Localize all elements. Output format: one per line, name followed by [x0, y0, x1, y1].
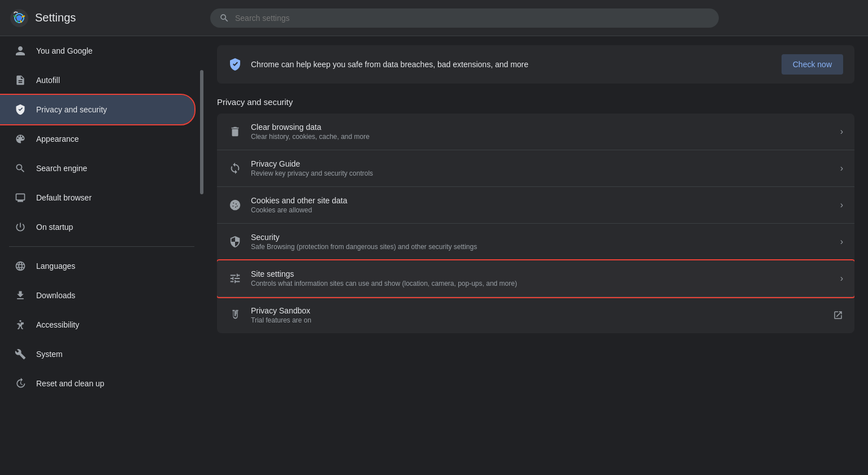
svg-point-2 — [19, 320, 21, 322]
cookies-arrow: › — [840, 200, 843, 210]
security-title: Security — [251, 233, 831, 242]
monitor-icon — [14, 191, 27, 204]
sidebar: You and Google Autofill Privacy and secu… — [0, 36, 203, 475]
sidebar-label-system: System — [36, 350, 63, 359]
header: Settings — [0, 0, 868, 36]
sidebar-item-accessibility[interactable]: Accessibility — [0, 310, 194, 339]
safe-browsing-banner: Chrome can help keep you safe from data … — [217, 45, 854, 84]
sliders-icon — [228, 272, 242, 285]
autofill-icon — [14, 73, 27, 87]
history-icon — [14, 377, 27, 390]
wrench-icon — [14, 347, 27, 361]
privacy-guide-row[interactable]: Privacy Guide Review key privacy and sec… — [217, 150, 854, 187]
safe-banner-text: Chrome can help keep you safe from data … — [251, 60, 772, 69]
flask-icon — [228, 308, 242, 322]
sidebar-item-reset-and-clean-up[interactable]: Reset and clean up — [0, 369, 194, 398]
person-icon — [14, 44, 27, 58]
site-settings-row[interactable]: Site settings Controls what information … — [217, 260, 854, 297]
sidebar-item-system[interactable]: System — [0, 339, 194, 369]
search-engine-icon — [14, 162, 27, 175]
sidebar-item-privacy-and-security[interactable]: Privacy and security — [0, 95, 194, 124]
site-settings-content: Site settings Controls what information … — [251, 269, 831, 287]
sidebar-label-on-startup: On startup — [36, 223, 73, 232]
privacy-guide-content: Privacy Guide Review key privacy and sec… — [251, 159, 831, 177]
sidebar-label-you-and-google: You and Google — [36, 46, 93, 55]
privacy-sandbox-title: Privacy Sandbox — [251, 306, 824, 315]
sidebar-label-downloads: Downloads — [36, 291, 75, 300]
sidebar-item-downloads[interactable]: Downloads — [0, 281, 194, 310]
security-subtitle: Safe Browsing (protection from dangerous… — [251, 243, 831, 251]
sidebar-label-reset-and-clean-up: Reset and clean up — [36, 379, 105, 388]
sidebar-label-languages: Languages — [36, 262, 75, 271]
svg-point-4 — [233, 202, 234, 203]
sidebar-item-autofill[interactable]: Autofill — [0, 66, 194, 95]
sidebar-label-appearance: Appearance — [36, 134, 79, 143]
scroll-indicator — [200, 70, 203, 194]
cookies-content: Cookies and other site data Cookies are … — [251, 196, 831, 214]
power-icon — [14, 220, 27, 234]
sidebar-item-search-engine[interactable]: Search engine — [0, 154, 194, 183]
sidebar-item-on-startup[interactable]: On startup — [0, 212, 194, 242]
logo-area: Settings — [9, 8, 201, 28]
shield-icon — [14, 103, 27, 116]
sidebar-label-privacy-and-security: Privacy and security — [36, 105, 107, 114]
clear-browsing-data-arrow: › — [840, 127, 843, 137]
privacy-sandbox-content: Privacy Sandbox Trial features are on — [251, 306, 824, 324]
search-icon — [219, 13, 229, 23]
sidebar-label-accessibility: Accessibility — [36, 320, 79, 329]
svg-point-6 — [232, 206, 233, 207]
sidebar-item-appearance[interactable]: Appearance — [0, 124, 194, 154]
sidebar-item-you-and-google[interactable]: You and Google — [0, 36, 194, 66]
sidebar-label-search-engine: Search engine — [36, 164, 87, 173]
svg-point-8 — [237, 206, 238, 207]
sidebar-item-languages[interactable]: Languages — [0, 251, 194, 281]
security-arrow: › — [840, 237, 843, 247]
content-area: Chrome can help keep you safe from data … — [203, 36, 868, 475]
cookies-row[interactable]: Cookies and other site data Cookies are … — [217, 187, 854, 224]
section-header: Privacy and security — [203, 93, 868, 114]
svg-point-5 — [236, 203, 237, 204]
circle-arrows-icon — [228, 162, 242, 175]
privacy-guide-title: Privacy Guide — [251, 159, 831, 168]
site-settings-subtitle: Controls what information sites can use … — [251, 280, 831, 287]
shield-half-icon — [228, 235, 242, 249]
site-settings-arrow: › — [840, 273, 843, 284]
check-now-button[interactable]: Check now — [782, 54, 843, 75]
main-layout: You and Google Autofill Privacy and secu… — [0, 36, 868, 475]
header-title: Settings — [35, 11, 76, 24]
privacy-sandbox-external-icon — [833, 310, 843, 320]
svg-point-7 — [235, 207, 236, 208]
cookie-icon — [228, 198, 242, 212]
clear-browsing-data-subtitle: Clear history, cookies, cache, and more — [251, 133, 831, 141]
search-bar[interactable] — [210, 8, 719, 28]
privacy-guide-arrow: › — [840, 163, 843, 173]
sidebar-item-default-browser[interactable]: Default browser — [0, 183, 194, 212]
sidebar-divider — [9, 246, 194, 247]
search-input[interactable] — [235, 14, 710, 23]
clear-browsing-data-row[interactable]: Clear browsing data Clear history, cooki… — [217, 114, 854, 150]
svg-point-1 — [16, 15, 22, 21]
palette-icon — [14, 132, 27, 146]
sidebar-label-default-browser: Default browser — [36, 193, 92, 202]
sidebar-label-autofill: Autofill — [36, 76, 60, 85]
cookies-subtitle: Cookies are allowed — [251, 206, 831, 214]
site-settings-title: Site settings — [251, 269, 831, 278]
trash-icon — [228, 125, 242, 138]
privacy-sandbox-row[interactable]: Privacy Sandbox Trial features are on — [217, 297, 854, 333]
privacy-sandbox-subtitle: Trial features are on — [251, 316, 824, 324]
chrome-logo — [9, 8, 29, 28]
clear-browsing-data-content: Clear browsing data Clear history, cooki… — [251, 123, 831, 141]
privacy-guide-subtitle: Review key privacy and security controls — [251, 169, 831, 177]
download-icon — [14, 289, 27, 302]
safe-banner-shield-icon — [228, 58, 242, 71]
security-content: Security Safe Browsing (protection from … — [251, 233, 831, 251]
cookies-title: Cookies and other site data — [251, 196, 831, 205]
privacy-settings-card: Clear browsing data Clear history, cooki… — [217, 114, 854, 333]
clear-browsing-data-title: Clear browsing data — [251, 123, 831, 132]
globe-icon — [14, 259, 27, 273]
security-row[interactable]: Security Safe Browsing (protection from … — [217, 224, 854, 260]
svg-point-3 — [230, 200, 240, 210]
accessibility-icon — [14, 318, 27, 332]
